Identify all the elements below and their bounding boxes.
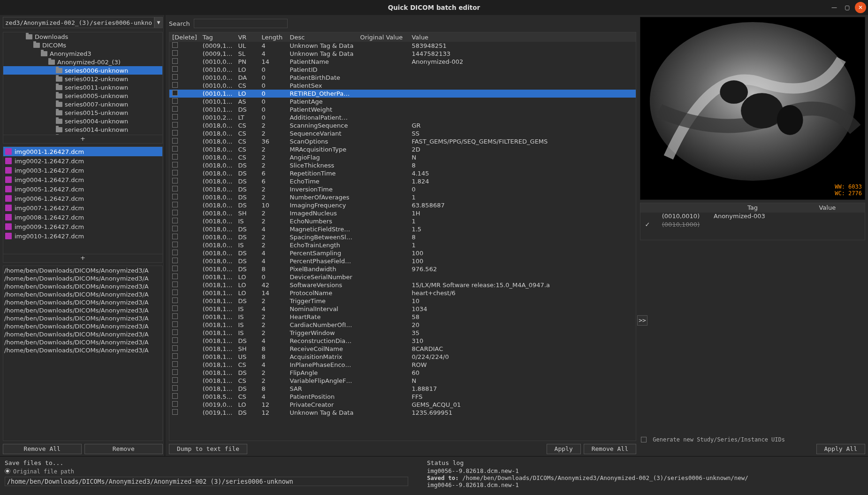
path-item[interactable]: /home/ben/Downloads/DICOMs/Anonymized3/A	[4, 290, 161, 298]
delete-checkbox[interactable]	[172, 106, 178, 112]
delete-checkbox[interactable]	[172, 210, 178, 215]
tag-row[interactable]: (0018,1…DS8SAR1.88817	[169, 385, 636, 393]
tag-row[interactable]: (0018,1…DS2TriggerTime10	[169, 297, 636, 305]
tag-row[interactable]: (0018,1…CS4InPlanePhaseEnco…ROW	[169, 361, 636, 369]
apply-all-button[interactable]: Apply All	[816, 444, 865, 454]
tag-row[interactable]: (0018,0…DS4PercentSampling100	[169, 249, 636, 257]
delete-checkbox[interactable]	[172, 90, 178, 96]
delete-checkbox[interactable]	[172, 321, 178, 327]
tag-table-header[interactable]: Length	[259, 32, 287, 42]
delete-checkbox[interactable]	[172, 58, 178, 64]
path-item[interactable]: /home/ben/Downloads/DICOMs/Anonymized3/A	[4, 306, 161, 314]
tag-row[interactable]: (0018,0…CS36ScanOptionsFAST_GEMS/PPG/SEQ…	[169, 137, 636, 145]
file-item[interactable]: img0009-1.26427.dcm	[3, 222, 162, 231]
file-item[interactable]: img0007-1.26427.dcm	[3, 203, 162, 213]
save-path-input[interactable]	[5, 477, 408, 486]
original-path-radio[interactable]: Original file path	[5, 467, 427, 477]
delete-checkbox[interactable]	[172, 297, 178, 303]
file-item[interactable]: img0005-1.26427.dcm	[3, 184, 162, 194]
tag-table-header[interactable]: Value	[409, 32, 636, 42]
path-item[interactable]: /home/ben/Downloads/DICOMs/Anonymized3/A	[4, 282, 161, 290]
tag-row[interactable]: (0018,1…LO42SoftwareVersions15/LX/MR Sof…	[169, 281, 636, 289]
maximize-button[interactable]: ▢	[842, 2, 853, 13]
delete-checkbox[interactable]	[172, 154, 178, 160]
tag-row[interactable]: (0018,0…CS2SequenceVariantSS	[169, 129, 636, 137]
apply-button[interactable]: Apply	[547, 444, 581, 454]
path-item[interactable]: /home/ben/Downloads/DICOMs/Anonymized3/A	[4, 346, 161, 354]
tag-row[interactable]: (0018,0…DS2SliceThickness8	[169, 161, 636, 169]
tag-row[interactable]: (0019,1…DS12Unknown Tag & Data1235.69995…	[169, 409, 636, 417]
delete-checkbox[interactable]	[172, 242, 178, 247]
delete-checkbox[interactable]	[172, 345, 178, 351]
push-tag-button[interactable]: >>	[637, 315, 647, 326]
search-input[interactable]	[194, 19, 288, 28]
delete-checkbox[interactable]	[172, 98, 178, 104]
tag-row[interactable]: (0018,1…LO0DeviceSerialNumber	[169, 273, 636, 281]
remove-all-button[interactable]: Remove All	[3, 444, 82, 454]
image-preview[interactable]: WW: 6033 WC: 2776	[640, 17, 865, 200]
delete-checkbox[interactable]	[172, 226, 178, 231]
delete-checkbox[interactable]	[172, 162, 178, 168]
tag-row[interactable]: (0010,0…DA0PatientBirthDate	[169, 74, 636, 82]
tree-item[interactable]: series0011-unknown	[3, 83, 162, 91]
minimize-button[interactable]: —	[829, 2, 840, 13]
folder-path-input[interactable]	[3, 17, 154, 28]
tag-row[interactable]: (0018,0…CS2ScanningSequenceGR	[169, 122, 636, 129]
remove-all-tags-button[interactable]: Remove All	[584, 444, 636, 454]
tag-row[interactable]: (0018,0…DS8PixelBandwidth976.562	[169, 265, 636, 273]
tag-row[interactable]: (0018,0…DS10ImagingFrequency63.858687	[169, 201, 636, 209]
tree-item[interactable]: series0014-unknown	[3, 125, 162, 134]
delete-checkbox[interactable]	[172, 313, 178, 319]
delete-checkbox[interactable]	[172, 258, 178, 263]
tag-row[interactable]: (0010,1…DS0PatientWeight	[169, 106, 636, 114]
delete-checkbox[interactable]	[172, 250, 178, 255]
delete-checkbox[interactable]	[172, 74, 178, 80]
tag-row[interactable]: (0018,1…CS2VariableFlipAngleF…N	[169, 377, 636, 385]
tree-item[interactable]: Downloads	[3, 32, 162, 41]
tag-row[interactable]: (0018,1…IS4NominalInterval1034	[169, 305, 636, 313]
delete-checkbox[interactable]	[172, 266, 178, 271]
delete-checkbox[interactable]	[172, 146, 178, 152]
tree-item[interactable]: Anonymized3	[3, 49, 162, 58]
tag-row[interactable]: (0010,1…LO0RETIRED_OtherPa…	[169, 90, 636, 98]
tag-row[interactable]: (0018,5…CS4PatientPositionFFS	[169, 393, 636, 401]
tag-row[interactable]: (0009,1…UL4Unknown Tag & Data583948251	[169, 42, 636, 50]
tag-row[interactable]: (0018,1…US8AcquisitionMatrix0/224/224/0	[169, 353, 636, 361]
path-item[interactable]: /home/ben/Downloads/DICOMs/Anonymized3/A	[4, 267, 161, 274]
delete-checkbox[interactable]	[172, 234, 178, 239]
tree-item[interactable]: series0006-unknown	[3, 66, 162, 75]
tag-row[interactable]: (0018,0…IS2EchoNumbers1	[169, 217, 636, 225]
file-item[interactable]: img0002-1.26427.dcm	[3, 156, 162, 166]
tag-row[interactable]: (0018,0…IS2EchoTrainLength1	[169, 241, 636, 249]
file-item[interactable]: img0008-1.26427.dcm	[3, 213, 162, 222]
tag-table-header[interactable]: [Delete]	[169, 32, 200, 42]
tag-row[interactable]: (0009,1…SL4Unknown Tag & Data1447582133	[169, 50, 636, 58]
path-item[interactable]: /home/ben/Downloads/DICOMs/Anonymized3/A	[4, 338, 161, 346]
tag-edit-table[interactable]: Tag Value (0010,0010)Anonymized-003✓(001…	[640, 203, 865, 240]
tag-row[interactable]: (0018,0…CS2MRAcquisitionType2D	[169, 145, 636, 153]
tag-row[interactable]: (0018,0…DS6RepetitionTime4.145	[169, 169, 636, 177]
tree-item[interactable]: series0015-unknown	[3, 108, 162, 117]
remove-button[interactable]: Remove	[84, 444, 163, 454]
delete-checkbox[interactable]	[172, 178, 178, 183]
file-item[interactable]: img0004-1.26427.dcm	[3, 175, 162, 184]
delete-checkbox[interactable]	[172, 170, 178, 175]
generate-uids-checkbox[interactable]	[641, 437, 647, 442]
edit-row[interactable]: (0010,0010)Anonymized-003	[640, 213, 865, 221]
delete-checkbox[interactable]	[172, 369, 178, 375]
tag-table-header[interactable]: VR	[235, 32, 259, 42]
tag-row[interactable]: (0010,0…PN14PatientNameAnonymized-002	[169, 58, 636, 66]
delete-checkbox[interactable]	[172, 377, 178, 383]
tag-row[interactable]: (0018,0…DS6EchoTime1.824	[169, 177, 636, 185]
delete-checkbox[interactable]	[172, 42, 178, 48]
tag-row[interactable]: (0018,1…LO14ProtocolNameheart+chest/6	[169, 289, 636, 297]
tag-row[interactable]: (0018,0…DS2SpacingBetweenSl…8	[169, 233, 636, 241]
path-item[interactable]: /home/ben/Downloads/DICOMs/Anonymized3/A	[4, 274, 161, 282]
folder-tree[interactable]: DownloadsDICOMsAnonymized3Anonymized-002…	[3, 32, 163, 135]
tag-row[interactable]: (0010,2…LT0AdditionalPatient…	[169, 114, 636, 122]
file-list[interactable]: img0001-1.26427.dcmimg0002-1.26427.dcmim…	[3, 146, 163, 254]
tag-row[interactable]: (0010,0…LO0PatientID	[169, 66, 636, 74]
folder-path-dropdown[interactable]: ▼	[154, 17, 163, 28]
tree-item[interactable]: series0003-unknown	[3, 134, 162, 135]
file-item[interactable]: img0006-1.26427.dcm	[3, 194, 162, 203]
